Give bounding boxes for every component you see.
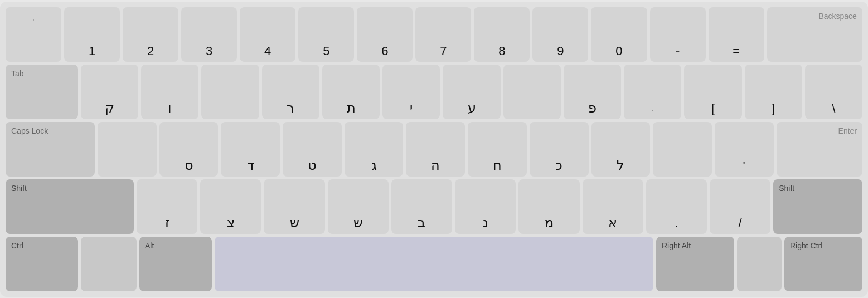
key-s[interactable]: ס xyxy=(159,122,219,177)
key-7[interactable]: 7 xyxy=(415,7,471,62)
key-semicolon[interactable] xyxy=(653,122,712,177)
key-backtick[interactable]: , xyxy=(6,7,61,62)
key-right-ctrl[interactable]: Right Ctrl xyxy=(784,237,862,291)
key-2[interactable]: 2 xyxy=(123,7,178,62)
enter-label: Enter xyxy=(838,126,857,135)
key-6[interactable]: 6 xyxy=(357,7,413,62)
right-alt-label: Right Alt xyxy=(662,241,691,250)
key-right-alt[interactable]: Right Alt xyxy=(656,237,734,291)
key-slash[interactable]: / xyxy=(710,179,770,234)
key-alt[interactable]: Alt xyxy=(139,237,212,291)
key-tab[interactable]: Tab xyxy=(6,65,78,119)
key-1[interactable]: 1 xyxy=(64,7,120,62)
key-j[interactable]: ח xyxy=(468,122,527,177)
key-shift-right[interactable]: Shift xyxy=(773,179,862,234)
key-v[interactable]: ש xyxy=(328,179,389,234)
key-period[interactable]: . xyxy=(646,179,707,234)
key-shift-left[interactable]: Shift xyxy=(6,179,134,234)
bottom-row: Ctrl Alt Right Alt Right Ctrl xyxy=(6,237,862,291)
key-m[interactable]: מ xyxy=(518,179,579,234)
tab-label: Tab xyxy=(11,69,24,78)
key-9[interactable]: 9 xyxy=(532,7,588,62)
key-x[interactable]: צ xyxy=(200,179,261,234)
shift-right-label: Shift xyxy=(779,184,794,193)
key-enter[interactable]: Enter xyxy=(777,122,863,177)
right-ctrl-label: Right Ctrl xyxy=(790,241,822,250)
key-i[interactable] xyxy=(503,65,561,119)
shift-row: Shift ז צ ש ש ב נ מ א . / xyxy=(6,179,862,234)
key-equals[interactable]: = xyxy=(709,7,764,62)
ctrl-label: Ctrl xyxy=(11,241,23,250)
key-8[interactable]: 8 xyxy=(474,7,530,62)
key-a[interactable] xyxy=(98,122,157,177)
key-k[interactable]: כ xyxy=(530,122,589,177)
key-p[interactable]: · xyxy=(624,65,681,119)
qwerty-row: Tab ק ו ר ת י ע פ · [ xyxy=(6,65,862,119)
caps-lock-label: Caps Lock xyxy=(11,126,48,135)
shift-left-label: Shift xyxy=(11,184,27,193)
keyboard: , 1 2 3 4 5 6 7 8 9 0 xyxy=(0,2,868,297)
key-minus[interactable]: - xyxy=(650,7,706,62)
key-backspace[interactable]: Backspace xyxy=(767,7,862,62)
key-caps-lock[interactable]: Caps Lock xyxy=(6,122,95,177)
key-ctrl[interactable]: Ctrl xyxy=(6,237,78,291)
key-3[interactable]: 3 xyxy=(181,7,237,62)
key-lbracket[interactable]: [ xyxy=(684,65,741,119)
key-t[interactable]: ת xyxy=(322,65,380,119)
key-space[interactable] xyxy=(215,237,653,291)
key-c[interactable]: ש xyxy=(264,179,324,234)
key-d[interactable]: ד xyxy=(221,122,280,177)
key-quote[interactable]: ' xyxy=(715,122,774,177)
key-l[interactable]: ל xyxy=(591,122,651,177)
backspace-label: Backspace xyxy=(818,12,856,21)
key-z[interactable]: ז xyxy=(137,179,197,234)
key-0[interactable]: 0 xyxy=(591,7,647,62)
key-o[interactable]: פ xyxy=(564,65,621,119)
key-g[interactable]: ג xyxy=(345,122,404,177)
key-w[interactable]: ו xyxy=(141,65,198,119)
alt-label: Alt xyxy=(145,241,154,250)
key-win[interactable] xyxy=(81,237,137,291)
key-comma[interactable]: א xyxy=(583,179,643,234)
key-4[interactable]: 4 xyxy=(240,7,295,62)
key-r[interactable]: ר xyxy=(262,65,319,119)
key-n[interactable]: נ xyxy=(455,179,516,234)
key-h[interactable]: ה xyxy=(406,122,465,177)
asdf-row: Caps Lock ס ד ט ג ה ח כ ל xyxy=(6,122,862,177)
number-row: , 1 2 3 4 5 6 7 8 9 0 xyxy=(6,7,862,62)
key-y[interactable]: י xyxy=(382,65,440,119)
key-rbracket[interactable]: ] xyxy=(745,65,802,119)
key-e[interactable] xyxy=(201,65,259,119)
key-win-right[interactable] xyxy=(737,237,782,291)
key-q[interactable]: ק xyxy=(81,65,138,119)
key-f[interactable]: ט xyxy=(283,122,342,177)
key-u[interactable]: ע xyxy=(443,65,500,119)
key-5[interactable]: 5 xyxy=(298,7,354,62)
key-backslash[interactable]: \ xyxy=(805,65,862,119)
key-b[interactable]: ב xyxy=(391,179,452,234)
